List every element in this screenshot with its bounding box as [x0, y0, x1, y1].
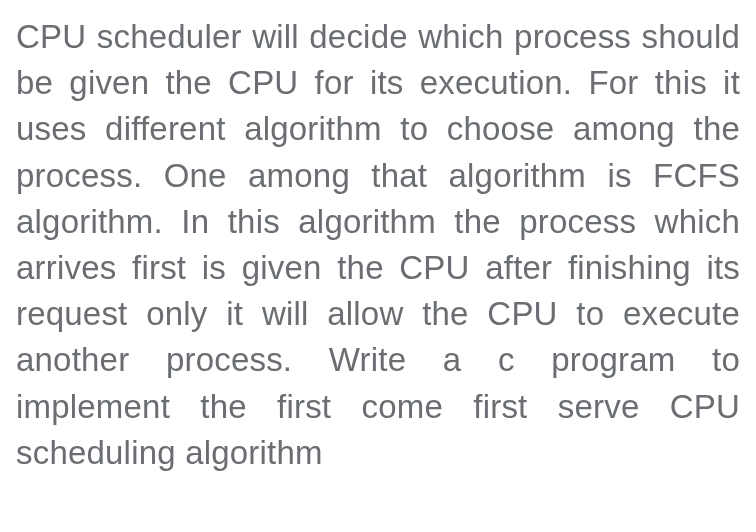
body-paragraph: CPU scheduler will decide which process … [16, 14, 740, 476]
